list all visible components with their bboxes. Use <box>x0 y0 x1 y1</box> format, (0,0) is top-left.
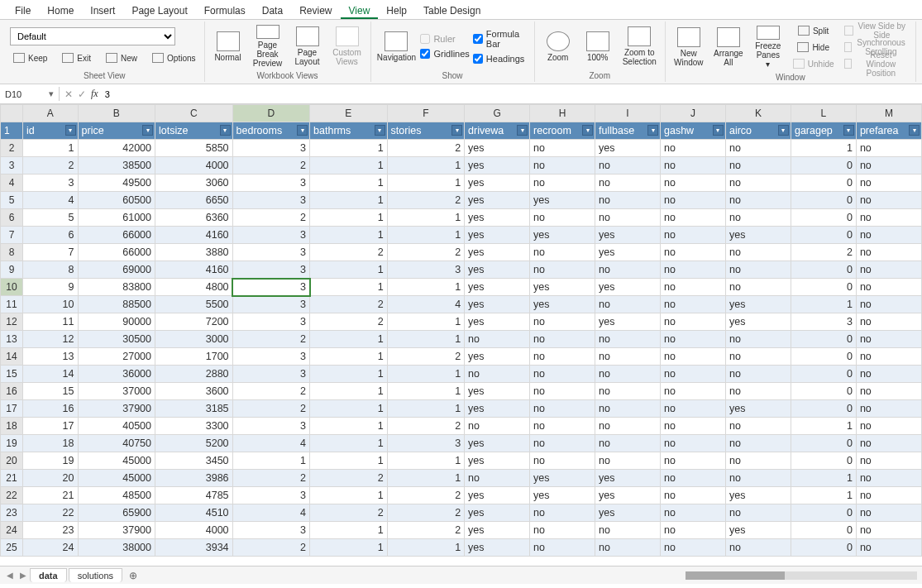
split-button[interactable]: Split <box>790 23 838 38</box>
row-header-9[interactable]: 9 <box>1 261 23 279</box>
row-header-23[interactable]: 23 <box>1 504 23 522</box>
cell[interactable]: no <box>856 157 921 174</box>
cell[interactable]: 3 <box>232 279 310 296</box>
cell[interactable]: no <box>856 400 921 418</box>
cell[interactable]: yes <box>465 435 530 452</box>
cell[interactable]: 1 <box>310 418 388 435</box>
cell[interactable]: no <box>595 366 661 383</box>
cell[interactable]: 2 <box>232 400 310 418</box>
cell[interactable]: 0 <box>791 209 856 227</box>
cell[interactable]: 6 <box>23 227 79 244</box>
cell[interactable]: no <box>595 348 661 366</box>
cell[interactable]: no <box>595 435 661 452</box>
cell[interactable]: 0 <box>791 331 856 348</box>
cell[interactable]: 4 <box>232 504 310 522</box>
cell[interactable]: no <box>661 487 726 504</box>
cell[interactable]: 21 <box>23 487 79 504</box>
cell[interactable]: no <box>856 418 921 435</box>
cell[interactable]: yes <box>725 400 791 418</box>
cell[interactable]: 1 <box>310 261 388 279</box>
cell[interactable]: 1 <box>387 452 465 470</box>
cell[interactable]: no <box>856 487 921 504</box>
zoom-100-button[interactable]: 100% <box>580 23 616 69</box>
cell[interactable]: 38500 <box>78 157 155 174</box>
row-header-25[interactable]: 25 <box>1 539 23 557</box>
cell[interactable]: 3600 <box>155 383 233 400</box>
enter-icon[interactable]: ✓ <box>78 88 86 100</box>
cell[interactable]: 1 <box>387 331 465 348</box>
row-header-3[interactable]: 3 <box>1 157 23 174</box>
cell[interactable]: 3934 <box>155 539 233 557</box>
cell[interactable]: no <box>661 227 726 244</box>
row-header-17[interactable]: 17 <box>1 400 23 418</box>
cell[interactable]: 0 <box>791 261 856 279</box>
cell[interactable]: yes <box>725 313 791 331</box>
cell[interactable]: 37900 <box>78 400 155 418</box>
sheet-tab-solutions[interactable]: solutions <box>69 568 122 582</box>
cell[interactable]: 16 <box>23 400 79 418</box>
cell[interactable]: no <box>595 418 661 435</box>
cell[interactable]: no <box>661 174 726 192</box>
cell[interactable]: no <box>856 313 921 331</box>
cell[interactable]: 3 <box>232 487 310 504</box>
cell[interactable]: 1 <box>791 418 856 435</box>
cell[interactable]: 1 <box>310 227 388 244</box>
tab-view[interactable]: View <box>341 3 379 19</box>
cell[interactable]: 12 <box>23 331 79 348</box>
cell[interactable]: no <box>595 174 661 192</box>
cell[interactable]: no <box>661 400 726 418</box>
cell[interactable]: 4160 <box>155 227 233 244</box>
cell[interactable]: 5200 <box>155 435 233 452</box>
cell[interactable]: 0 <box>791 400 856 418</box>
select-all-corner[interactable] <box>1 105 23 122</box>
cell[interactable]: 0 <box>791 435 856 452</box>
cell[interactable]: no <box>856 174 921 192</box>
cell[interactable]: 1 <box>387 157 465 174</box>
cell[interactable]: 3 <box>232 418 310 435</box>
cell[interactable]: yes <box>465 504 530 522</box>
cell[interactable]: no <box>465 331 530 348</box>
row-header-24[interactable]: 24 <box>1 522 23 539</box>
custom-views-button[interactable]: Custom Views <box>329 23 365 69</box>
cell[interactable]: 0 <box>791 366 856 383</box>
cell[interactable]: no <box>530 383 595 400</box>
cell[interactable]: yes <box>595 227 661 244</box>
cell[interactable]: 14 <box>23 366 79 383</box>
page-break-button[interactable]: Page Break Preview <box>250 23 286 69</box>
cell[interactable]: 88500 <box>78 296 155 313</box>
cell[interactable]: 2 <box>232 383 310 400</box>
cell[interactable]: no <box>856 366 921 383</box>
cell[interactable]: 1 <box>387 313 465 331</box>
cell[interactable]: 0 <box>791 522 856 539</box>
cell[interactable]: no <box>856 209 921 227</box>
tab-help[interactable]: Help <box>378 3 415 19</box>
horizontal-scrollbar[interactable] <box>686 571 917 580</box>
cell[interactable]: no <box>661 504 726 522</box>
cell[interactable]: 1 <box>387 174 465 192</box>
cell[interactable]: yes <box>595 504 661 522</box>
reset-pos-button[interactable]: Reset Window Position <box>841 56 910 71</box>
table-header-gashw[interactable]: gashw <box>661 122 726 140</box>
cell[interactable]: 45000 <box>78 452 155 470</box>
cell[interactable]: 6360 <box>155 209 233 227</box>
cell[interactable]: no <box>530 522 595 539</box>
cell[interactable]: 27000 <box>78 348 155 366</box>
cell[interactable]: 3 <box>232 313 310 331</box>
cell[interactable]: 2 <box>387 487 465 504</box>
tab-insert[interactable]: Insert <box>82 3 123 19</box>
table-header-airco[interactable]: airco <box>725 122 791 140</box>
tab-review[interactable]: Review <box>291 3 340 19</box>
col-header-D[interactable]: D <box>232 105 310 122</box>
cell[interactable]: 5 <box>23 209 79 227</box>
cell[interactable]: 3 <box>232 522 310 539</box>
cell[interactable]: 69000 <box>78 261 155 279</box>
cell[interactable]: no <box>595 400 661 418</box>
tab-file[interactable]: File <box>7 3 39 19</box>
cell[interactable]: no <box>595 452 661 470</box>
cell[interactable]: 37900 <box>78 522 155 539</box>
cell[interactable]: no <box>856 452 921 470</box>
row-header-18[interactable]: 18 <box>1 418 23 435</box>
cell[interactable]: 1 <box>387 400 465 418</box>
cell[interactable]: 1 <box>387 383 465 400</box>
cell[interactable]: 0 <box>791 452 856 470</box>
